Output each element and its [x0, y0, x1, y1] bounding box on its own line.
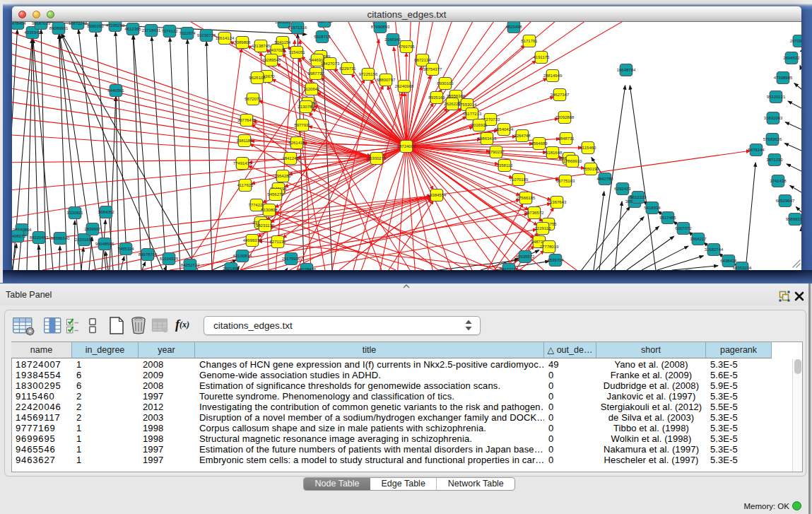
- svg-text:10872248: 10872248: [69, 22, 88, 25]
- svg-text:5479144: 5479144: [748, 148, 765, 152]
- svg-text:5918715: 5918715: [314, 35, 331, 39]
- svg-text:4823498: 4823498: [505, 25, 522, 29]
- svg-text:2264748: 2264748: [514, 134, 531, 138]
- svg-text:7374122: 7374122: [161, 29, 178, 33]
- svg-text:2166941: 2166941: [384, 37, 401, 42]
- svg-text:4191175: 4191175: [534, 55, 551, 59]
- svg-text:7022674: 7022674: [179, 31, 196, 35]
- svg-text:27778019: 27778019: [540, 245, 559, 249]
- svg-text:2921859: 2921859: [223, 267, 240, 270]
- svg-text:6271130: 6271130: [270, 240, 287, 244]
- svg-text:1848731: 1848731: [558, 136, 575, 141]
- svg-text:96028436: 96028436: [298, 267, 317, 270]
- svg-text:7550190: 7550190: [582, 167, 599, 171]
- svg-text:89978790: 89978790: [139, 252, 158, 257]
- svg-text:75181648: 75181648: [543, 151, 563, 155]
- svg-text:17869910: 17869910: [563, 159, 582, 163]
- svg-text:2130789: 2130789: [298, 105, 314, 109]
- svg-text:44999379: 44999379: [243, 238, 262, 243]
- svg-text:31831063: 31831063: [764, 116, 783, 120]
- svg-text:71367643: 71367643: [548, 200, 567, 204]
- svg-text:28814949: 28814949: [543, 74, 563, 78]
- svg-text:66775103: 66775103: [556, 179, 575, 183]
- svg-text:3564217: 3564217: [690, 237, 707, 241]
- svg-text:4842788: 4842788: [596, 177, 613, 181]
- svg-text:42138745: 42138745: [252, 44, 271, 48]
- svg-text:63100814: 63100814: [233, 254, 252, 258]
- svg-text:5408072: 5408072: [12, 234, 26, 238]
- svg-text:6292423: 6292423: [614, 187, 631, 191]
- svg-text:68353204: 68353204: [733, 266, 752, 270]
- svg-text:3320821: 3320821: [66, 211, 83, 215]
- svg-text:95320121: 95320121: [767, 95, 786, 99]
- svg-text:91030736: 91030736: [197, 33, 216, 37]
- svg-text:89089901: 89089901: [49, 26, 69, 30]
- svg-text:6438436: 6438436: [720, 259, 737, 263]
- svg-text:2229110: 2229110: [535, 226, 552, 230]
- svg-text:27566185: 27566185: [517, 196, 536, 200]
- svg-text:84252722: 84252722: [181, 263, 200, 267]
- svg-text:4539704: 4539704: [547, 258, 564, 262]
- svg-text:23718431: 23718431: [142, 28, 161, 33]
- svg-text:18724007: 18724007: [397, 144, 416, 148]
- svg-text:2694522: 2694522: [783, 56, 800, 60]
- svg-text:71070189: 71070189: [510, 177, 529, 182]
- svg-text:16648784: 16648784: [617, 68, 636, 72]
- svg-text:4769795: 4769795: [398, 45, 415, 49]
- svg-text:6229731: 6229731: [339, 66, 356, 71]
- svg-text:47295260: 47295260: [106, 23, 125, 28]
- svg-text:8612220: 8612220: [630, 195, 647, 199]
- svg-text:19289546: 19289546: [262, 58, 281, 62]
- svg-text:38427073: 38427073: [321, 62, 340, 66]
- svg-text:26240908: 26240908: [395, 84, 414, 88]
- svg-text:7358113: 7358113: [497, 163, 514, 168]
- svg-text:57553014: 57553014: [458, 103, 477, 107]
- svg-text:29175900: 29175900: [282, 257, 301, 261]
- svg-text:8930103: 8930103: [437, 81, 454, 86]
- svg-text:22201654: 22201654: [75, 238, 94, 242]
- svg-text:5456272: 5456272: [267, 192, 284, 197]
- svg-text:9517485: 9517485: [659, 216, 676, 220]
- svg-text:8090293: 8090293: [87, 24, 104, 28]
- svg-text:6440561: 6440561: [107, 88, 124, 93]
- svg-text:45935572: 45935572: [516, 255, 535, 259]
- svg-text:8935169: 8935169: [428, 95, 445, 100]
- svg-text:19384554: 19384554: [428, 193, 447, 197]
- svg-text:47308985: 47308985: [774, 76, 793, 80]
- svg-text:81016525: 81016525: [160, 257, 179, 261]
- svg-text:34627347: 34627347: [551, 93, 570, 97]
- svg-text:9626108: 9626108: [249, 76, 266, 80]
- svg-text:72092888: 72092888: [555, 115, 575, 119]
- svg-text:90048665: 90048665: [95, 242, 114, 246]
- svg-text:12614124: 12614124: [216, 36, 235, 40]
- svg-text:2437026: 2437026: [269, 48, 286, 52]
- svg-text:3741438: 3741438: [770, 179, 787, 183]
- svg-text:7089806: 7089806: [234, 40, 251, 45]
- svg-text:4335942: 4335942: [24, 30, 41, 35]
- svg-text:24972279: 24972279: [500, 267, 519, 270]
- svg-text:2839607: 2839607: [84, 227, 101, 231]
- svg-text:68800797: 68800797: [377, 78, 396, 82]
- svg-text:60929647: 60929647: [776, 199, 795, 203]
- svg-text:1981186: 1981186: [237, 139, 254, 143]
- svg-text:6672134: 6672134: [414, 58, 431, 62]
- svg-text:3871230: 3871230: [766, 158, 783, 162]
- svg-text:4117625: 4117625: [237, 183, 254, 187]
- svg-text:5672073: 5672073: [245, 97, 261, 101]
- svg-text:7455324: 7455324: [117, 247, 134, 251]
- svg-text:3790237: 3790237: [488, 150, 505, 154]
- svg-text:9115460: 9115460: [580, 146, 597, 150]
- svg-text:7350753: 7350753: [316, 22, 333, 23]
- svg-text:20709497: 20709497: [790, 39, 801, 43]
- svg-text:6261415: 6261415: [288, 141, 305, 145]
- svg-text:58586340: 58586340: [51, 236, 70, 240]
- svg-text:3684052: 3684052: [98, 210, 114, 214]
- svg-text:1987737: 1987737: [307, 71, 324, 76]
- svg-text:1120642: 1120642: [304, 87, 321, 91]
- svg-text:2564689: 2564689: [531, 141, 548, 146]
- svg-text:5130808: 5130808: [261, 208, 278, 212]
- svg-text:57683626: 57683626: [763, 137, 782, 141]
- svg-text:2016911: 2016911: [471, 123, 488, 127]
- svg-text:83863413: 83863413: [478, 136, 497, 141]
- svg-text:31682744: 31682744: [705, 247, 724, 252]
